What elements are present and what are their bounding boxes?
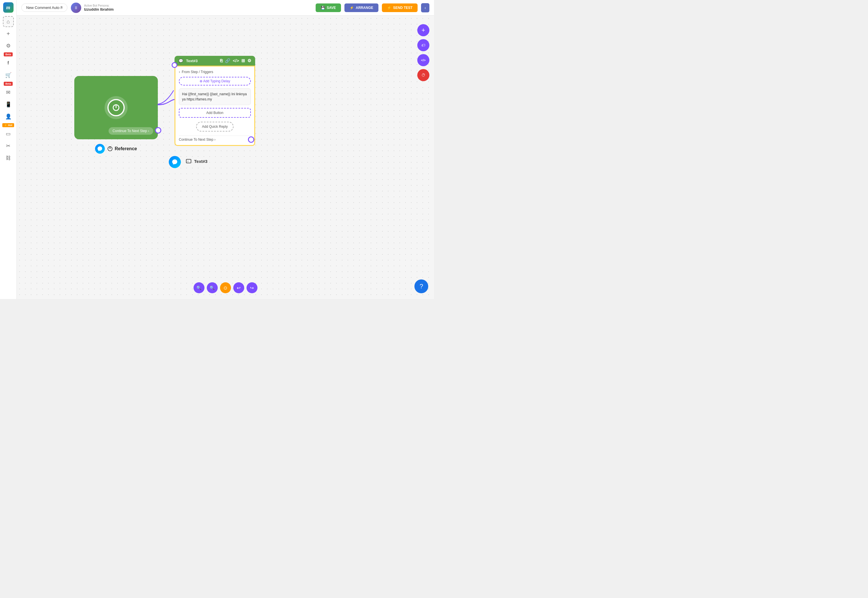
svg-text:T: T: [187, 160, 189, 163]
center-button[interactable]: ⊙: [220, 282, 231, 293]
text3-node: 💬 Text#3 ⎘ 🔗 </> ⊞ ⚙ › From Step / Trigg…: [174, 56, 255, 146]
sidebar-item-home[interactable]: ⌂: [3, 16, 14, 27]
sidebar-item-user[interactable]: 👤: [3, 111, 14, 122]
continue-section: Continue To Next Step ›: [179, 136, 251, 142]
chevron-right-icon: ›: [179, 70, 180, 74]
redo-button[interactable]: ↪: [246, 282, 258, 293]
canvas[interactable]: Continue To Next Step › Reference: [17, 15, 434, 299]
zoom-out-icon: 🔍: [210, 286, 214, 290]
add-quick-reply-button[interactable]: Add Quick Reply: [196, 122, 233, 132]
continue-dot-2: [248, 136, 254, 143]
zoom-out-button[interactable]: 🔍: [207, 282, 218, 293]
user-icon: 👤: [5, 114, 12, 120]
fab-tag-button[interactable]: 🏷: [417, 39, 429, 51]
sidebar: m ⌂ + ⚙ Beta f 🛒 Beta ✉ 📱 👤 ⚡ Hot ▭ ✂ ⛓: [0, 0, 17, 299]
sidebar-item-add[interactable]: +: [3, 28, 14, 39]
home-icon: ⌂: [7, 19, 10, 25]
sidebar-item-tools[interactable]: ✂: [3, 141, 14, 151]
send-test-icon: ⚡: [387, 6, 391, 10]
fab-code-button[interactable]: </>: [417, 54, 429, 66]
sidebar-item-email[interactable]: ✉: [3, 87, 14, 98]
sidebar-badge-beta2[interactable]: Beta: [4, 82, 13, 86]
copy-icon[interactable]: ⎘: [220, 58, 223, 63]
arrange-icon: ⚡: [349, 6, 354, 10]
from-step-dot: [172, 62, 177, 68]
chat-icon: 💬: [178, 59, 183, 63]
link-icon[interactable]: 🔗: [225, 58, 230, 63]
svg-rect-4: [186, 159, 191, 163]
power-icon-circle: [105, 96, 127, 119]
green-card: Continue To Next Step ›: [74, 76, 158, 139]
reference-label: Reference: [115, 146, 137, 151]
arrange-button[interactable]: ⚡ ARRANGE: [345, 3, 378, 12]
avatar: II: [71, 3, 81, 13]
text3-body: › From Step / Triggers ⊕ Add Typing Dela…: [174, 66, 255, 146]
tools-icon: ✂: [6, 143, 10, 149]
sidebar-item-settings[interactable]: ⚙: [3, 40, 14, 51]
from-step-label: › From Step / Triggers: [179, 70, 251, 74]
messenger-icon-ref: [95, 144, 105, 154]
fab-add-button[interactable]: +: [417, 24, 429, 36]
continue-dot-ref: [155, 127, 161, 133]
send-test-button[interactable]: ⚡ SEND TEST: [382, 3, 418, 12]
sidebar-badge-beta1[interactable]: Beta: [4, 52, 13, 57]
fab-clock-button[interactable]: ⏱: [417, 69, 429, 81]
support-icon: ?: [420, 283, 423, 290]
grid-icon[interactable]: ⊞: [241, 58, 245, 63]
text3-header-icons: ⎘ 🔗 </> ⊞ ⚙: [220, 58, 251, 63]
email-icon: ✉: [6, 89, 10, 96]
layout-icon: ▭: [6, 131, 10, 137]
text3-icon: T: [186, 158, 192, 164]
gear-icon: ⚙: [6, 43, 10, 49]
zoom-in-button[interactable]: 🔍: [193, 282, 204, 293]
power-icon: [107, 99, 125, 116]
sidebar-item-layout[interactable]: ▭: [3, 129, 14, 139]
text3-title: Text#3: [186, 59, 217, 63]
sidebar-badge-hot[interactable]: ⚡ Hot: [2, 123, 14, 127]
text3-label-below: T Text#3: [186, 158, 207, 164]
persona-area: II Active Bot Persona: Izzuddin Ibrahim: [71, 3, 114, 13]
settings-icon2[interactable]: ⚙: [247, 58, 251, 63]
integrations-icon: ⛓: [6, 155, 11, 161]
right-panel: + 🏷 </> ⏱: [417, 24, 429, 81]
sidebar-item-facebook[interactable]: f: [3, 58, 14, 69]
sidebar-item-integrations[interactable]: ⛓: [3, 152, 14, 163]
persona-name: Izzuddin Ibrahim: [84, 7, 114, 12]
center-icon: ⊙: [223, 285, 227, 291]
mobile-icon: 📱: [5, 101, 12, 108]
support-bubble-button[interactable]: ?: [414, 280, 428, 293]
code-icon[interactable]: </>: [233, 58, 239, 63]
back-button[interactable]: ‹: [421, 3, 429, 12]
add-icon: +: [7, 30, 10, 37]
messenger-bubble-text3: [169, 156, 181, 168]
text3-bottom-label: Text#3: [194, 159, 207, 164]
header: II Active Bot Persona: Izzuddin Ibrahim …: [17, 0, 434, 15]
bottom-toolbar: 🔍 🔍 ⊙ ↩ ↪: [193, 282, 258, 293]
reference-node: Continue To Next Step › Reference: [74, 76, 158, 154]
add-typing-delay-button[interactable]: ⊕ Add Typing Delay: [179, 77, 251, 85]
sidebar-item-mobile[interactable]: 📱: [3, 99, 14, 110]
redo-icon: ↪: [250, 285, 254, 291]
undo-button[interactable]: ↩: [233, 282, 244, 293]
facebook-icon: f: [7, 60, 9, 66]
save-icon: 💾: [321, 6, 325, 10]
app-logo[interactable]: m: [3, 2, 13, 13]
add-button-btn[interactable]: Add Button: [179, 108, 251, 118]
save-button[interactable]: 💾 SAVE: [316, 3, 341, 12]
zoom-in-icon: 🔍: [196, 286, 201, 290]
cart-icon: 🛒: [5, 72, 12, 78]
sidebar-item-cart[interactable]: 🛒: [3, 70, 14, 81]
reference-continue-button[interactable]: Continue To Next Step ›: [109, 127, 153, 135]
message-text-box[interactable]: Hai {{first_name}} {{last_name}} Ini lin…: [179, 88, 251, 105]
persona-info: Active Bot Persona: Izzuddin Ibrahim: [84, 4, 114, 12]
undo-icon: ↩: [237, 285, 240, 291]
text3-header: 💬 Text#3 ⎘ 🔗 </> ⊞ ⚙: [174, 56, 255, 66]
flow-name-input[interactable]: [21, 3, 67, 12]
persona-label: Active Bot Persona:: [84, 4, 114, 7]
